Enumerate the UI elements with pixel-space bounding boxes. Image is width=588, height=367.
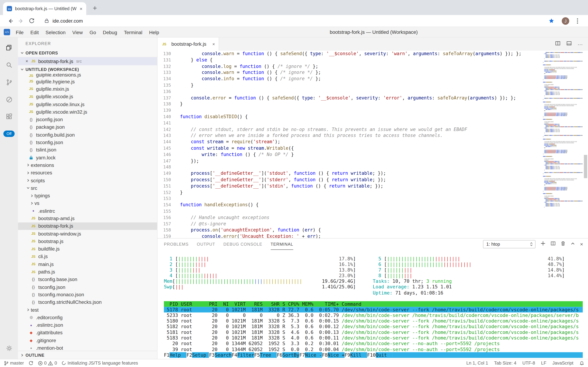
code-line-138[interactable]: 138} — [157, 101, 588, 107]
tree-item-scripts[interactable]: scripts — [18, 177, 157, 184]
tree-item-.mention-bot[interactable]: ●.mention-bot — [18, 344, 157, 351]
code-line-137[interactable]: 137 console.error = function () { safeSe… — [157, 95, 588, 101]
menu-terminal[interactable]: Terminal — [121, 29, 146, 35]
htop-fn-f6[interactable]: F6SortBy — [277, 352, 299, 358]
code-line-148[interactable]: 148 — [157, 164, 588, 170]
tree-item-bootstrap-amd.js[interactable]: JSbootstrap-amd.js — [18, 215, 157, 222]
editor-tab[interactable]: JS bootstrap-fork.js × — [157, 37, 219, 50]
code-line-151[interactable]: 151 process['__defineGetter__']('stdin',… — [157, 183, 588, 189]
tab-close-icon[interactable]: × — [80, 6, 83, 11]
tree-item-gulpfile.hygiene.js[interactable]: JSgulpfile.hygiene.js — [18, 78, 157, 85]
menu-edit[interactable]: Edit — [27, 29, 42, 35]
code-line-153[interactable]: 153 — [157, 196, 588, 202]
tree-item-tsconfig.monaco.json[interactable]: {}tsconfig.monaco.json — [18, 291, 157, 298]
address-bar[interactable]: ide.coder.com — [44, 18, 546, 24]
tree-item-resources[interactable]: resources — [18, 169, 157, 176]
tree-item-buildfile.js[interactable]: JSbuildfile.js — [18, 245, 157, 253]
close-icon[interactable]: × — [25, 58, 28, 64]
encoding[interactable]: UTF-8 — [522, 361, 535, 366]
code-line-159[interactable]: 159 console.error('Uncaught Exception: '… — [157, 234, 588, 238]
tree-item-gulpfile.extensions.js[interactable]: JSgulpfile.extensions.js — [18, 74, 157, 78]
htop-fn-f3[interactable]: F3Search — [209, 352, 232, 358]
new-terminal-icon[interactable] — [540, 241, 546, 248]
notifications-bell-icon[interactable] — [580, 361, 584, 366]
tree-item-tsconfig.base.json[interactable]: {}tsconfig.base.json — [18, 275, 157, 283]
forward-button[interactable] — [16, 16, 26, 26]
cursor-position[interactable]: Ln 1, Col 1 — [466, 361, 488, 366]
htop-fn-f10[interactable]: F10Quit — [367, 352, 392, 358]
language-status-message[interactable]: Initializing JS/TS language features — [61, 361, 138, 366]
htop-fn-f7[interactable]: F7Nice - — [299, 352, 322, 358]
code-line-149[interactable]: 149 process['__defineGetter__']('stdout'… — [157, 170, 588, 177]
panel-tab-problems[interactable]: PROBLEMS — [164, 239, 189, 250]
profile-avatar[interactable]: J — [562, 17, 569, 25]
source-control-icon[interactable] — [0, 74, 18, 91]
code-line-132[interactable]: 132 console.log = function () { /* ignor… — [157, 63, 588, 69]
code-line-130[interactable]: 130 console.warn = function () { safeSen… — [157, 50, 588, 57]
tree-item-tsconfig.json[interactable]: {}tsconfig.json — [18, 139, 157, 146]
tree-item-gulpfile.vscode.js[interactable]: JSgulpfile.vscode.js — [18, 93, 157, 100]
problems-status[interactable]: 0 0 — [38, 361, 57, 366]
code-line-146[interactable]: 146 write: function () { /* No OP */ } — [157, 151, 588, 158]
bookmark-star-icon[interactable] — [546, 16, 556, 26]
code-line-140[interactable]: 140function disableSTDIO() { — [157, 114, 588, 120]
tree-item-gulpfile.vscode.linux.js[interactable]: JSgulpfile.vscode.linux.js — [18, 100, 157, 108]
browser-menu-icon[interactable] — [572, 16, 583, 26]
terminal-output[interactable]: 1 [||||||||||| 17.8%] 5 [|||||||||||||||… — [157, 250, 588, 359]
menu-go[interactable]: Go — [86, 29, 99, 35]
menu-selection[interactable]: Selection — [42, 29, 69, 35]
debug-disabled-icon[interactable] — [0, 91, 18, 108]
tree-item-.gitignore[interactable]: ◆.gitignore — [18, 336, 157, 344]
tree-item-extensions[interactable]: extensions — [18, 161, 157, 169]
more-actions-icon[interactable]: ··· — [578, 41, 583, 47]
tree-item-.editorconfig[interactable]: .editorconfig — [18, 314, 157, 321]
code-line-150[interactable]: 150 process['__defineGetter__']('stderr'… — [157, 177, 588, 183]
code-line-152[interactable]: 152} — [157, 189, 588, 196]
code-line-143[interactable]: 143 // error when we are inside a forked… — [157, 133, 588, 139]
code-line-141[interactable]: 141 — [157, 120, 588, 126]
reload-button[interactable] — [26, 16, 37, 26]
tree-item-tsconfig.json[interactable]: {}tsconfig.json — [18, 283, 157, 291]
tree-item-src[interactable]: src — [18, 184, 157, 192]
code-line-135[interactable]: 135 } — [157, 82, 588, 88]
off-toggle[interactable]: Off — [3, 130, 15, 137]
code-line-133[interactable]: 133 console.warn = function () { /* igno… — [157, 69, 588, 76]
section-workspace[interactable]: UNTITLED (WORKSPACE) — [18, 65, 157, 74]
browser-tab[interactable]: cs bootstrap-fork.js — Untitled (W × — [3, 2, 86, 15]
tree-item-jsconfig.json[interactable]: {}jsconfig.json — [18, 116, 157, 123]
tree-item-.gitattributes[interactable]: ◆.gitattributes — [18, 329, 157, 336]
explorer-icon[interactable] — [0, 39, 18, 56]
tree-item-tsconfig.strictNullChecks.json[interactable]: {}tsconfig.strictNullChecks.json — [18, 298, 157, 306]
tree-item-tslint.json[interactable]: {}tslint.json — [18, 146, 157, 154]
code-editor[interactable]: 130 console.warn = function () { safeSen… — [157, 50, 588, 238]
code-line-147[interactable]: 147 }); — [157, 158, 588, 164]
search-icon[interactable] — [0, 56, 18, 74]
close-icon[interactable]: × — [212, 42, 215, 47]
tab-size[interactable]: Tab Size: 4 — [494, 361, 516, 366]
tree-item-.eslintrc[interactable]: ●.eslintrc — [18, 207, 157, 215]
tree-item-.eslintrc.json[interactable]: ●.eslintrc.json — [18, 321, 157, 329]
menu-file[interactable]: File — [12, 29, 27, 35]
code-line-134[interactable]: 134 console.info = function () { /* igno… — [157, 76, 588, 82]
menu-debug[interactable]: Debug — [99, 29, 121, 35]
minimap[interactable] — [541, 51, 583, 238]
tree-item-bootstrap-window.js[interactable]: JSbootstrap-window.js — [18, 230, 157, 237]
htop-fn-f2[interactable]: F2Setup — [186, 352, 209, 358]
new-tab-button[interactable]: + — [90, 3, 100, 13]
tree-item-tsconfig.build.json[interactable]: {}tsconfig.build.json — [18, 131, 157, 139]
htop-fn-f1[interactable]: F1Help — [164, 352, 186, 358]
tree-item-typings[interactable]: typings — [18, 192, 157, 200]
tree-item-cli.js[interactable]: JScli.js — [18, 253, 157, 260]
tree-item-bootstrap-fork.js[interactable]: JSbootstrap-fork.js — [18, 222, 157, 230]
code-line-156[interactable]: 156 // Handle uncaught exceptions — [157, 215, 588, 221]
htop-fn-f9[interactable]: F9Kill — [345, 352, 367, 358]
code-line-155[interactable]: 155 — [157, 208, 588, 215]
htop-fn-f5[interactable]: F5Tree — [254, 352, 277, 358]
settings-gear-icon[interactable] — [0, 340, 18, 357]
panel-tab-debug-console[interactable]: DEBUG CONSOLE — [223, 239, 262, 250]
code-line-142[interactable]: 142 // const stdout, stderr and stdin be… — [157, 126, 588, 133]
tree-item-bootstrap.js[interactable]: JSbootstrap.js — [18, 238, 157, 245]
panel-tab-terminal[interactable]: TERMINAL — [271, 239, 293, 250]
code-line-131[interactable]: 131 } else { — [157, 57, 588, 63]
tree-item-package.json[interactable]: {}package.json — [18, 123, 157, 131]
